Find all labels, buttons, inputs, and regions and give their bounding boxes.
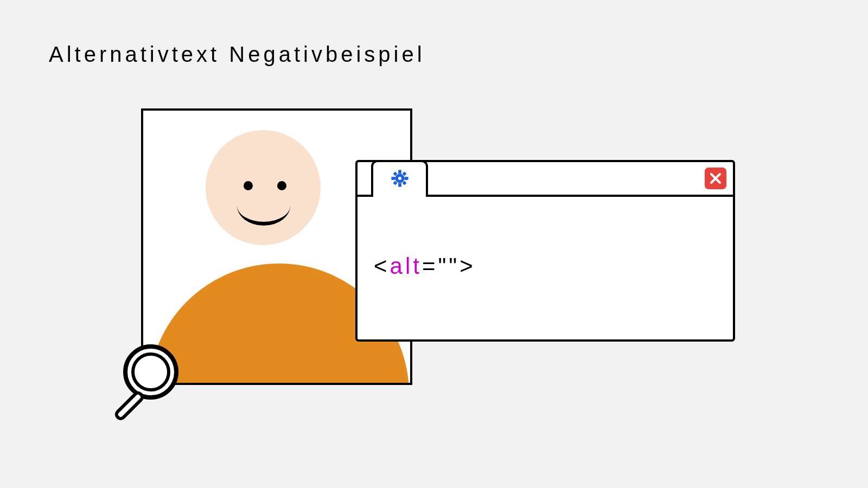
person-head-shape [206,130,321,245]
code-suffix: =""> [422,253,476,279]
svg-rect-3 [398,170,401,174]
gear-icon [391,169,409,188]
svg-point-12 [398,177,401,180]
page-title: Alternativtext Negativbeispiel [49,42,425,67]
tab-bottom-mask [373,193,426,197]
illustration-stage: <alt=""> [141,108,738,455]
browser-tab [371,160,428,195]
close-icon [705,168,726,189]
smile-icon [237,188,290,226]
svg-rect-4 [398,183,401,187]
browser-window: <alt=""> [355,160,735,342]
magnifier-icon [107,339,189,421]
svg-rect-6 [404,177,408,180]
svg-rect-5 [391,177,395,180]
svg-rect-2 [115,391,144,420]
code-attribute: alt [390,253,422,279]
code-snippet: <alt=""> [374,253,476,279]
code-prefix: < [374,253,390,279]
